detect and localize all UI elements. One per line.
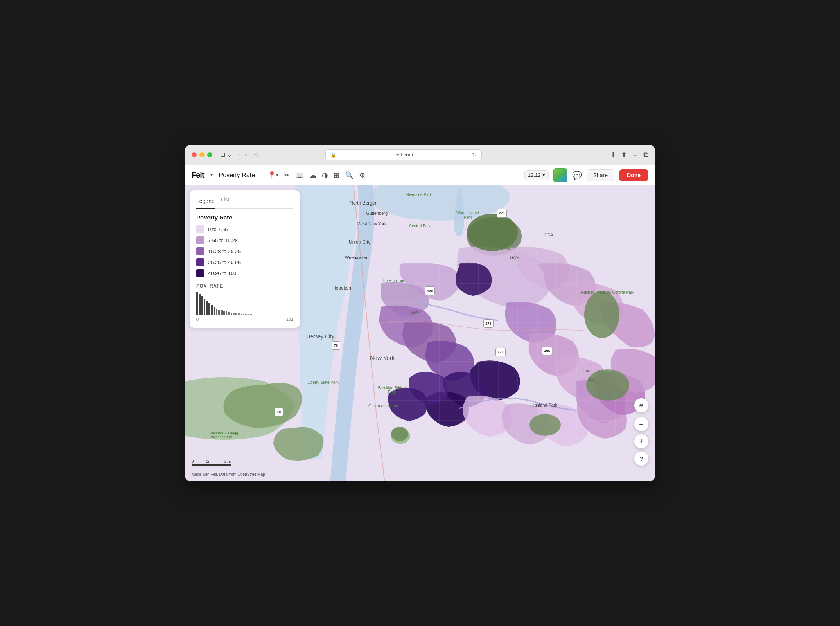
hist-bar-24 bbox=[255, 315, 257, 315]
hist-bar-2 bbox=[201, 296, 203, 315]
hist-bar-34 bbox=[280, 315, 281, 315]
hist-axis-max: 101 bbox=[286, 317, 293, 322]
logo-dropdown-icon[interactable]: ▾ bbox=[210, 173, 213, 178]
back-button[interactable]: ‹ bbox=[237, 151, 242, 159]
scale-0: 0 bbox=[192, 459, 194, 464]
zoom-in-button[interactable]: + bbox=[634, 434, 648, 448]
legend-label-0: 0 to 7.65 bbox=[208, 227, 228, 232]
map-type-button[interactable] bbox=[553, 168, 567, 182]
hist-bar-38 bbox=[289, 315, 291, 315]
hist-bar-27 bbox=[262, 315, 264, 315]
zoom-control[interactable]: 12.12 ▾ bbox=[524, 170, 549, 180]
hist-bar-1 bbox=[199, 294, 200, 315]
hist-bar-36 bbox=[284, 315, 286, 315]
legend-swatch-1 bbox=[196, 236, 204, 244]
legend-label-4: 40.96 to 100 bbox=[208, 270, 236, 276]
search-tool[interactable]: 🔍 bbox=[345, 171, 354, 180]
forward-button[interactable]: › bbox=[243, 151, 248, 159]
hist-bar-18 bbox=[241, 314, 242, 315]
histogram-section: POV_RATE 0 101 bbox=[196, 283, 293, 322]
hist-bar-11 bbox=[223, 311, 225, 315]
book-tool[interactable]: 📖 bbox=[295, 171, 304, 180]
hist-bar-28 bbox=[265, 315, 266, 315]
comment-button[interactable]: 💬 bbox=[572, 171, 582, 180]
scale-2mi: 2mi bbox=[224, 459, 231, 464]
share-system-button[interactable]: ⬆ bbox=[621, 151, 627, 159]
hist-bar-5 bbox=[208, 303, 210, 315]
svg-point-29 bbox=[584, 291, 619, 338]
fullscreen-button[interactable] bbox=[207, 152, 212, 157]
svg-point-31 bbox=[529, 414, 561, 436]
bookmark-button[interactable]: ☆ bbox=[253, 151, 259, 158]
new-tab-button[interactable]: ＋ bbox=[632, 150, 639, 160]
hist-bar-0 bbox=[196, 292, 198, 315]
legend-label-3: 25.25 to 40.96 bbox=[208, 259, 241, 265]
layout-tool[interactable]: ⊞ bbox=[334, 171, 339, 180]
address-bar[interactable]: 🔒 felt.com ↻ bbox=[325, 149, 482, 160]
sidebar-icon: ⊞ bbox=[220, 151, 225, 158]
tabs-button[interactable]: ⧉ bbox=[643, 151, 648, 159]
scale-1mi: 1mi bbox=[206, 459, 212, 464]
hist-bar-19 bbox=[243, 314, 244, 315]
contrast-tool[interactable]: ◑ bbox=[322, 171, 328, 180]
histogram-bars bbox=[196, 292, 293, 315]
hist-bar-16 bbox=[235, 313, 237, 315]
share-button[interactable]: Share bbox=[587, 169, 614, 181]
hist-bar-31 bbox=[272, 315, 274, 315]
legend-item-0: 0 to 7.65 bbox=[196, 225, 293, 233]
app-bar-right: 12.12 ▾ 💬 Share Done bbox=[524, 168, 648, 182]
location-pin-tool[interactable]: 📍▾ bbox=[267, 171, 278, 180]
close-button[interactable] bbox=[192, 152, 197, 157]
hist-bar-22 bbox=[250, 314, 252, 315]
hist-bar-37 bbox=[287, 315, 288, 315]
help-button[interactable]: ? bbox=[634, 452, 648, 466]
contrast-icon: ◑ bbox=[322, 171, 328, 180]
legend-title: Poverty Rate bbox=[196, 214, 293, 221]
hist-bar-7 bbox=[214, 307, 215, 315]
tab-legend[interactable]: Legend bbox=[196, 196, 215, 209]
upload-tool[interactable]: ☁ bbox=[309, 171, 316, 180]
settings-tool[interactable]: ⚙ bbox=[359, 171, 365, 180]
felt-logo[interactable]: Felt bbox=[192, 171, 204, 180]
svg-point-30 bbox=[586, 369, 629, 401]
zoom-value: 12.12 bbox=[528, 172, 541, 178]
hist-bar-32 bbox=[275, 315, 276, 315]
minimize-button[interactable] bbox=[199, 152, 205, 157]
pin-icon: 📍 bbox=[267, 171, 276, 180]
browser-window: ⊞ ⌄ ‹ › ☆ 🔒 felt.com ↻ ⬇ ⬆ ＋ ⧉ Felt ▾ Po… bbox=[185, 145, 655, 481]
hist-bar-39 bbox=[292, 315, 293, 315]
histogram-axis: 0 101 bbox=[196, 317, 293, 322]
url-text: felt.com bbox=[339, 152, 470, 158]
svg-point-28 bbox=[391, 427, 408, 441]
legend-items: 0 to 7.65 7.65 to 15.28 15.28 to 25.25 2… bbox=[196, 225, 293, 277]
legend-item-1: 7.65 to 15.28 bbox=[196, 236, 293, 244]
toolbar-right: ⬇ ⬆ ＋ ⧉ bbox=[610, 150, 648, 160]
hist-bar-10 bbox=[221, 310, 223, 315]
hist-bar-13 bbox=[228, 312, 230, 315]
hist-bar-26 bbox=[260, 315, 262, 315]
attribution: Made with Felt. Data from OpenStreetMap bbox=[192, 472, 265, 477]
location-button[interactable]: ⊕ bbox=[634, 398, 648, 412]
scissors-tool[interactable]: ✂ bbox=[284, 171, 290, 180]
sidebar-toggle[interactable]: ⊞ ⌄ bbox=[220, 151, 232, 158]
legend-tabs: Legend List bbox=[196, 196, 293, 209]
lock-icon: 🔒 bbox=[330, 152, 336, 158]
legend-label-2: 15.28 to 25.25 bbox=[208, 248, 241, 254]
zoom-dropdown-icon: ▾ bbox=[542, 172, 545, 178]
hist-bar-15 bbox=[233, 313, 235, 315]
hist-bar-30 bbox=[270, 315, 271, 315]
tab-list[interactable]: List bbox=[221, 196, 230, 205]
legend-swatch-0 bbox=[196, 225, 204, 233]
hist-bar-35 bbox=[282, 315, 284, 315]
hist-bar-8 bbox=[216, 309, 217, 315]
nav-arrows: ‹ › bbox=[237, 151, 249, 159]
reload-button[interactable]: ↻ bbox=[472, 152, 477, 158]
hist-bar-12 bbox=[226, 311, 227, 315]
app-tools: 📍▾ ✂ 📖 ☁ ◑ ⊞ 🔍 ⚙ bbox=[267, 171, 365, 180]
done-button[interactable]: Done bbox=[619, 169, 648, 181]
comment-icon: 💬 bbox=[572, 171, 582, 180]
upload-icon: ☁ bbox=[309, 171, 316, 180]
hist-bar-20 bbox=[245, 314, 247, 315]
zoom-out-button[interactable]: − bbox=[634, 417, 648, 431]
download-button[interactable]: ⬇ bbox=[610, 151, 616, 159]
